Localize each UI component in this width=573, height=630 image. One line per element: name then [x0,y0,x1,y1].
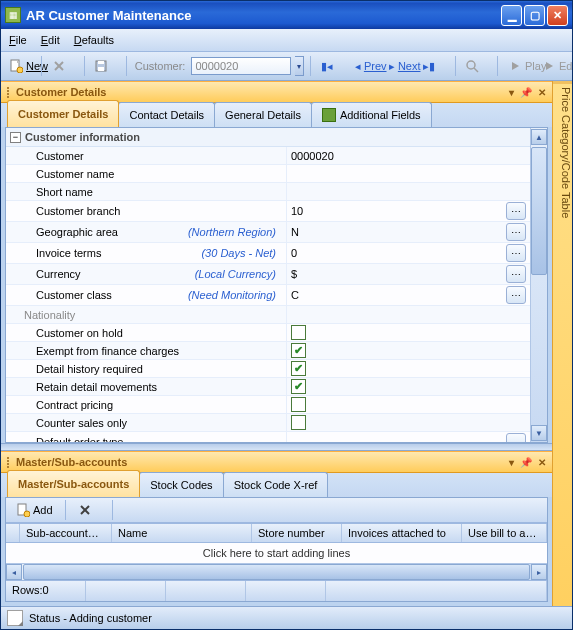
grid-header: Sub-account… Name Store number Invoices … [6,523,547,543]
side-tab-price-category[interactable]: Price Category/Code Table [552,81,572,606]
tab-contact-details[interactable]: Contact Details [118,102,215,127]
window-title: AR Customer Maintenance [26,8,501,23]
browse-terms-button[interactable]: ⋯ [506,244,526,262]
panel-close-icon[interactable]: ✕ [538,87,546,98]
browse-order-type-button[interactable]: ⋯ [506,433,526,442]
edit-button[interactable]: Edit [538,55,568,77]
toolbar: New Customer: ▾ ▮◂ ◂ Prev ▸ Next ▸▮ Play [1,52,572,81]
additional-fields-icon [322,108,336,122]
customer-input[interactable] [191,57,291,75]
hscroll-thumb[interactable] [23,564,530,580]
grip-icon [7,457,12,468]
menubar: File Edit Defaults [1,29,572,52]
label-default-order-type: Default order type [36,436,123,442]
svg-point-13 [24,511,30,517]
collapse-icon[interactable]: − [10,132,21,143]
scroll-up-button[interactable]: ▲ [531,129,547,145]
value-customer-class[interactable]: C [291,289,299,301]
col-use-bill-to[interactable]: Use bill to ad… [462,524,547,542]
titlebar[interactable]: ▦ AR Customer Maintenance ▁ ▢ ✕ [1,1,572,29]
scroll-right-button[interactable]: ▸ [531,564,547,580]
value-invoice-terms[interactable]: 0 [291,247,297,259]
check-exempt-fc[interactable]: ✔ [291,343,306,358]
value-currency[interactable]: $ [291,268,297,280]
panel-close-icon[interactable]: ✕ [538,457,546,468]
label-customer-name: Customer name [36,168,114,180]
statusbar: Status - Adding customer [1,606,572,629]
check-on-hold[interactable] [291,325,306,340]
panel-pin-icon[interactable]: 📌 [520,457,532,468]
col-name[interactable]: Name [112,524,252,542]
delete-button[interactable] [48,55,78,77]
hint-currency: (Local Currency) [195,268,282,280]
splitter[interactable] [1,443,552,451]
tab-general-details[interactable]: General Details [214,102,312,127]
next-button[interactable]: ▸ Next [385,55,415,77]
label-counter-sales: Counter sales only [36,417,127,429]
save-icon [94,59,108,73]
new-button[interactable]: New [5,55,35,77]
col-store-number[interactable]: Store number [252,524,342,542]
customer-dropdown-button[interactable]: ▾ [295,56,304,76]
check-detail-hist[interactable]: ✔ [291,361,306,376]
new-icon [9,59,23,73]
value-customer-branch[interactable]: 10 [291,205,303,217]
edit-label: Edit [559,60,573,72]
browse-class-button[interactable]: ⋯ [506,286,526,304]
menu-edit[interactable]: Edit [41,34,60,46]
col-sub-account[interactable]: Sub-account… [20,524,112,542]
menu-defaults[interactable]: Defaults [74,34,114,46]
value-geo-area[interactable]: N [291,226,299,238]
prev-button[interactable]: ◂ Prev [351,55,381,77]
tab-stock-xref[interactable]: Stock Code X-ref [223,472,329,497]
panel-menu-icon[interactable]: ▾ [509,87,514,98]
panel-pin-icon[interactable]: 📌 [520,87,532,98]
browse-branch-button[interactable]: ⋯ [506,202,526,220]
group-customer-info[interactable]: − Customer information [6,128,530,147]
col-invoices-attached[interactable]: Invoices attached to [342,524,462,542]
search-button[interactable] [461,55,491,77]
minimize-button[interactable]: ▁ [501,5,522,26]
form-area: − Customer information Customer0000020 C… [5,127,548,443]
scroll-left-button[interactable]: ◂ [6,564,22,580]
save-button[interactable] [90,55,120,77]
horizontal-scrollbar[interactable]: ◂ ▸ [6,564,547,580]
browse-currency-button[interactable]: ⋯ [506,265,526,283]
check-counter-sales[interactable] [291,415,306,430]
value-customer[interactable]: 0000020 [291,150,334,162]
label-short-name: Short name [36,186,93,198]
label-geo-area: Geographic area [36,226,118,238]
menu-file[interactable]: File [9,34,27,46]
label-contract-pricing: Contract pricing [36,399,113,411]
panel-menu-icon[interactable]: ▾ [509,457,514,468]
last-button[interactable]: ▸▮ [419,55,449,77]
play-icon [508,59,522,73]
grid-placeholder-row[interactable]: Click here to start adding lines [6,543,547,564]
tab-additional-fields[interactable]: Additional Fields [311,102,432,127]
maximize-button[interactable]: ▢ [524,5,545,26]
grip-icon [7,87,12,98]
close-button[interactable]: ✕ [547,5,568,26]
delete-row-button[interactable] [74,499,104,521]
add-label: Add [33,504,53,516]
new-label: New [26,60,48,72]
tab-master-sub[interactable]: Master/Sub-accounts [7,470,140,497]
delete-icon [78,503,92,517]
row-selector-header[interactable] [6,524,20,542]
check-retain-detail[interactable]: ✔ [291,379,306,394]
hint-invoice-terms: (30 Days - Net) [201,247,282,259]
first-button[interactable]: ▮◂ [317,55,347,77]
browse-geo-button[interactable]: ⋯ [506,223,526,241]
add-icon [16,503,30,517]
tab-customer-details[interactable]: Customer Details [7,100,119,127]
search-icon [465,59,479,73]
tab-stock-codes[interactable]: Stock Codes [139,472,223,497]
play-button[interactable]: Play [504,55,534,77]
scroll-down-button[interactable]: ▼ [531,425,547,441]
vertical-scrollbar[interactable]: ▲ ▼ [530,128,547,442]
svg-point-8 [467,61,475,69]
scroll-thumb[interactable] [531,147,547,275]
add-button[interactable]: Add [12,499,57,521]
check-contract-pricing[interactable] [291,397,306,412]
customer-label: Customer: [133,60,188,72]
